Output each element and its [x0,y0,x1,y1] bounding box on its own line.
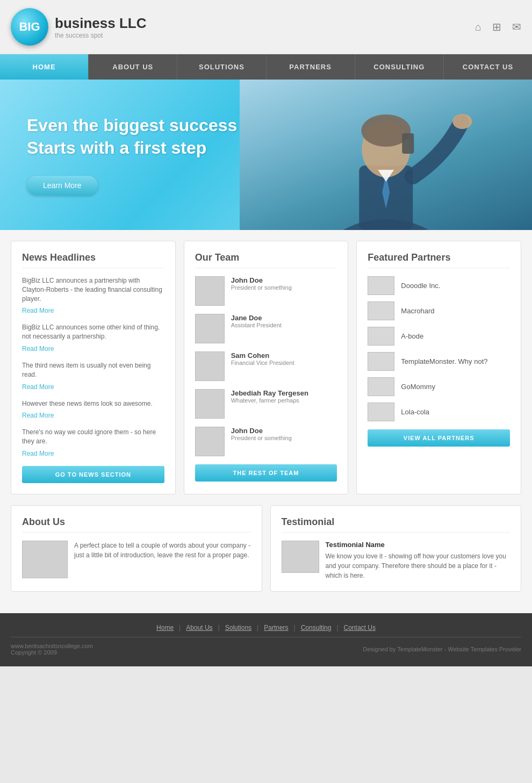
news-item-1: BigBiz LLC announces a partnership with … [22,276,164,315]
partner-item-6: Lola-cola [368,403,510,421]
news-text-3: The third news item is usually not even … [22,361,164,379]
news-box: News Headlines BigBiz LLC announces a pa… [11,241,176,494]
team-name-3: Sam Cohen [231,351,294,360]
testimonial-content: Testimonial Name We know you love it - s… [282,541,511,580]
testimonial-title: Testimonial [282,516,511,533]
partner-item-1: Dooodle Inc. [368,276,510,295]
team-title-4: Whatever, farmer perhaps [231,397,308,404]
two-col-section: About Us A perfect place to tell a coupl… [11,505,521,592]
partners-section-button[interactable]: VIEW ALL PARTNERS [368,429,510,447]
news-text-2: BigBiz LLC announces some other kind of … [22,323,164,341]
team-photo-4 [195,389,225,419]
footer-link-home[interactable]: Home [156,624,174,631]
partner-logo-3 [368,327,394,346]
team-member-3: Sam Cohen Financial Vice President [195,351,337,381]
testimonial-body: We know you love it - showing off how yo… [326,551,511,580]
partner-item-4: TemplateMonster. Why not? [368,352,510,371]
team-section-button[interactable]: THE REST OF TEAM [195,464,337,482]
news-title: News Headlines [22,252,164,268]
team-info-1: John Doe President or something [231,276,292,291]
footer-copyright: www.beritsachnitsncollege.comCopyright ©… [11,643,93,656]
news-readmore-2[interactable]: Read More [22,345,54,353]
main-content: News Headlines BigBiz LLC announces a pa… [0,230,532,613]
news-item-2: BigBiz LLC announces some other kind of … [22,323,164,353]
partner-item-3: A-bode [368,327,510,346]
news-readmore-1[interactable]: Read More [22,307,54,314]
footer-credit: Designed by TemplateMonster - Website Te… [363,646,521,652]
news-text-5: There's no way we could ignore them - so… [22,428,164,446]
three-col-section: News Headlines BigBiz LLC announces a pa… [11,241,521,494]
news-readmore-4[interactable]: Read More [22,412,54,419]
home-icon[interactable]: ⌂ [475,21,481,33]
team-info-4: Jebediah Ray Tergesen Whatever, farmer p… [231,389,308,404]
news-section-button[interactable]: GO TO NEWS SECTION [22,466,164,483]
partner-name-5: GoMommy [401,383,435,391]
nav-contact[interactable]: CONTACT US [444,54,532,80]
footer-nav: Home | About Us | Solutions | Partners |… [11,624,521,637]
team-title-2: Assistant President [231,322,282,328]
footer-link-consulting[interactable]: Consulting [301,624,332,631]
team-box: Our Team John Doe President or something… [184,241,349,494]
svg-point-4 [452,114,472,129]
about-photo [22,541,68,578]
team-member-5: John Doe President or something [195,427,337,456]
main-nav: HOME ABOUT US SOLUTIONS PARTNERS CONSULT… [0,54,532,80]
team-photo-1 [195,276,225,306]
partners-box: Featured Partners Dooodle Inc. Macrohard… [356,241,521,494]
company-name: business LLC [55,15,146,32]
footer-sep-4: | [294,624,296,631]
team-title: Our Team [195,252,337,268]
team-name-1: John Doe [231,276,292,284]
footer-bottom: www.beritsachnitsncollege.comCopyright ©… [11,643,521,656]
person-silhouette [240,80,533,230]
team-name-5: John Doe [231,427,292,435]
learn-more-button[interactable]: Learn More [27,176,98,195]
about-text: A perfect place to tell a couple of word… [74,541,251,578]
footer-link-contact[interactable]: Contact Us [344,624,376,631]
team-title-3: Financial Vice President [231,360,294,366]
nav-consulting[interactable]: CONSULTING [355,54,444,80]
partners-title: Featured Partners [368,252,510,268]
mail-icon[interactable]: ✉ [512,20,521,33]
hero-banner: Even the biggest success Starts with a f… [0,80,532,230]
about-title: About Us [22,516,251,533]
testimonial-box: Testimonial Testimonial Name We know you… [270,505,522,592]
news-item-5: There's no way we could ignore them - so… [22,428,164,458]
footer-sep-3: | [257,624,258,631]
logo-circle: BIG [11,8,48,46]
partner-item-5: GoMommy [368,377,510,396]
logo-tagline: the success spot [55,32,146,39]
news-item-3: The third news item is usually not even … [22,361,164,391]
news-readmore-3[interactable]: Read More [22,383,54,391]
nav-solutions[interactable]: SOLUTIONS [177,54,266,80]
logo-big-text: BIG [19,20,40,34]
testimonial-text: Testimonial Name We know you love it - s… [326,541,511,580]
nav-partners[interactable]: PARTNERS [267,54,355,80]
hero-text: Even the biggest success Starts with a f… [0,93,264,216]
footer-link-about[interactable]: About Us [186,624,212,631]
team-member-1: John Doe President or something [195,276,337,306]
header: BIG business LLC the success spot ⌂ ⊞ ✉ [0,0,532,54]
svg-rect-5 [402,133,414,154]
footer-sep-2: | [218,624,220,631]
hero-image [240,80,533,230]
partner-logo-5 [368,377,394,396]
news-readmore-5[interactable]: Read More [22,450,54,457]
partner-name-4: TemplateMonster. Why not? [401,357,487,365]
team-info-5: John Doe President or something [231,427,292,441]
logo-area: BIG business LLC the success spot [11,8,146,46]
partner-name-3: A-bode [401,332,423,340]
team-info-2: Jane Doe Assistant President [231,314,282,328]
news-text-4: However these news items look so awesome… [22,399,164,408]
partner-name-2: Macrohard [401,307,434,315]
news-item-4: However these news items look so awesome… [22,399,164,420]
logo-text-area: business LLC the success spot [55,15,146,39]
nav-home[interactable]: HOME [0,54,89,80]
footer-link-solutions[interactable]: Solutions [225,624,251,631]
testimonial-photo [282,541,319,573]
footer-link-partners[interactable]: Partners [264,624,288,631]
grid-icon[interactable]: ⊞ [492,20,501,33]
hero-headline: Even the biggest success Starts with a f… [27,114,237,159]
about-content: A perfect place to tell a couple of word… [22,541,251,578]
nav-about[interactable]: ABOUT US [89,54,177,80]
